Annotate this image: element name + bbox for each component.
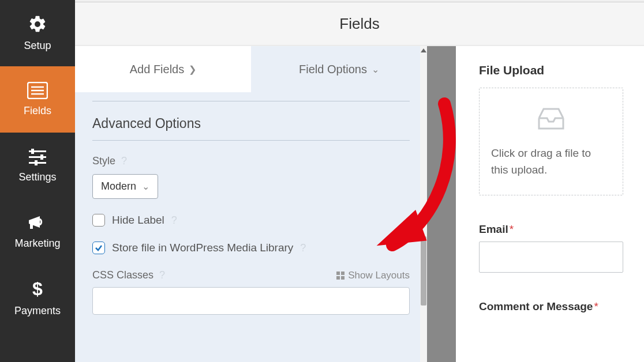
page-title: Fields [339, 15, 379, 33]
options-panel: Advanced Options Style ? Modern ⌄ Hide L… [75, 101, 427, 326]
tab-field-options[interactable]: Field Options ⌄ [251, 46, 427, 92]
divider [92, 140, 410, 141]
grid-icon [336, 272, 345, 280]
tab-label: Field Options [299, 63, 367, 76]
css-classes-row: CSS Classes ? Show Layouts [92, 269, 410, 281]
sidebar-item-label: Marketing [14, 237, 60, 250]
divider [92, 101, 410, 101]
svg-rect-5 [29, 156, 46, 158]
style-value: Modern [101, 180, 136, 193]
sidebar: Setup Fields Settings Marketing $ Paymen… [0, 0, 75, 362]
show-layouts-button[interactable]: Show Layouts [336, 270, 410, 281]
help-icon[interactable]: ? [171, 214, 177, 227]
pane-divider[interactable] [427, 46, 456, 362]
help-icon[interactable]: ? [159, 269, 165, 281]
tab-label: Add Fields [130, 63, 185, 76]
bullhorn-icon [27, 214, 48, 232]
email-input[interactable] [479, 242, 623, 273]
style-row: Style ? Modern ⌄ [92, 155, 410, 199]
list-icon [27, 82, 48, 99]
section-title: Advanced Options [92, 116, 410, 131]
sidebar-item-label: Setup [24, 40, 51, 52]
comment-label: Comment or Message* [479, 300, 644, 313]
tabs: Add Fields ❯ Field Options ⌄ [75, 46, 427, 92]
help-icon[interactable]: ? [300, 242, 306, 254]
chevron-right-icon: ❯ [189, 64, 196, 75]
style-select[interactable]: Modern ⌄ [92, 174, 158, 199]
file-upload-title: File Upload [479, 63, 644, 77]
svg-rect-13 [341, 272, 345, 275]
sidebar-item-label: Payments [14, 305, 61, 317]
scrollbar[interactable] [420, 46, 427, 362]
tab-add-fields[interactable]: Add Fields ❯ [75, 46, 251, 92]
sidebar-item-label: Fields [24, 105, 51, 117]
svg-rect-12 [336, 272, 340, 275]
css-classes-label: CSS Classes [92, 269, 153, 281]
help-icon[interactable]: ? [121, 155, 127, 167]
show-layouts-label: Show Layouts [348, 270, 410, 281]
svg-rect-8 [40, 154, 43, 160]
preview-pane: File Upload Click or drag a file to this… [456, 46, 644, 362]
sidebar-item-fields[interactable]: Fields [0, 66, 75, 133]
sidebar-item-settings[interactable]: Settings [0, 133, 75, 199]
gear-icon [28, 14, 47, 34]
sidebar-item-payments[interactable]: $ Payments [0, 265, 75, 331]
sidebar-item-marketing[interactable]: Marketing [0, 199, 75, 265]
svg-rect-10 [30, 224, 33, 229]
sidebar-item-setup[interactable]: Setup [0, 0, 75, 66]
inbox-icon [536, 105, 567, 132]
chevron-down-icon: ⌄ [142, 181, 149, 192]
sidebar-item-label: Settings [18, 171, 56, 183]
scroll-up-icon[interactable] [421, 48, 426, 52]
checkbox-hide-label[interactable] [92, 214, 105, 227]
sliders-icon [28, 148, 47, 165]
email-label: Email* [479, 223, 644, 236]
header-bar: Fields [75, 2, 644, 46]
hide-label-text: Hide Label [112, 214, 164, 227]
dollar-icon: $ [32, 280, 43, 299]
left-pane: Add Fields ❯ Field Options ⌄ Advanced Op… [75, 46, 427, 362]
svg-text:$: $ [32, 280, 43, 299]
checkbox-store-file[interactable] [92, 242, 105, 254]
svg-rect-15 [341, 276, 345, 280]
main-area: Add Fields ❯ Field Options ⌄ Advanced Op… [75, 46, 644, 362]
file-upload-text: Click or drag a file to this upload. [491, 145, 611, 179]
store-file-text: Store file in WordPress Media Library [112, 242, 293, 254]
file-upload-dropzone[interactable]: Click or drag a file to this upload. [479, 88, 623, 195]
style-label: Style [92, 155, 115, 167]
scroll-thumb[interactable] [421, 236, 426, 306]
css-classes-input[interactable] [92, 287, 410, 315]
store-file-row[interactable]: Store file in WordPress Media Library ? [92, 242, 410, 254]
svg-rect-9 [35, 160, 38, 165]
svg-rect-14 [336, 276, 340, 280]
svg-rect-7 [31, 149, 34, 154]
hide-label-row[interactable]: Hide Label ? [92, 214, 410, 227]
chevron-down-icon: ⌄ [372, 64, 379, 75]
